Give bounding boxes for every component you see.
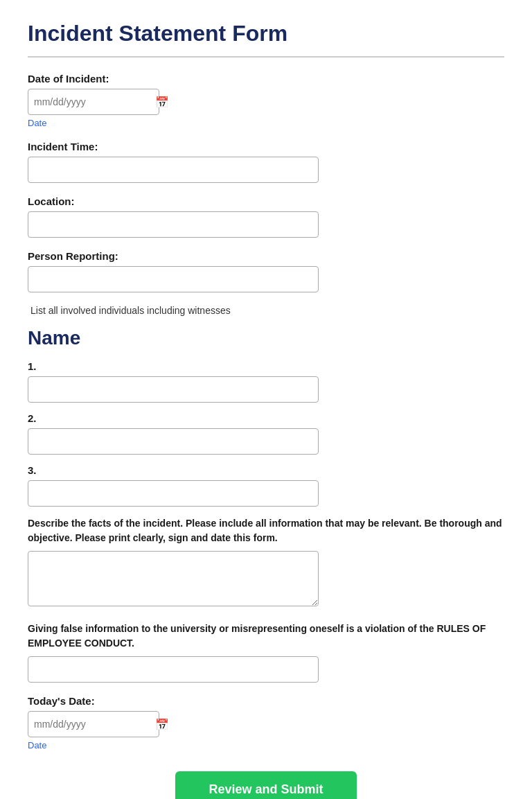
location-section: Location: bbox=[28, 195, 504, 238]
todays-date-label: Today's Date: bbox=[28, 695, 504, 707]
description-label: Describe the facts of the incident. Plea… bbox=[28, 516, 504, 545]
location-label: Location: bbox=[28, 195, 504, 207]
incident-time-label: Incident Time: bbox=[28, 141, 504, 152]
name-1-number: 1. bbox=[28, 360, 504, 372]
submit-button[interactable]: Review and Submit bbox=[175, 771, 356, 799]
names-section-heading: Name bbox=[28, 327, 504, 349]
signature-input[interactable] bbox=[28, 656, 319, 683]
person-reporting-section: Person Reporting: bbox=[28, 250, 504, 292]
name-2-number: 2. bbox=[28, 412, 504, 424]
date-of-incident-section: Date of Incident: 📅 Date bbox=[28, 73, 504, 128]
title-divider bbox=[28, 56, 504, 58]
name-2-input[interactable] bbox=[28, 428, 319, 455]
incident-time-section: Incident Time: bbox=[28, 141, 504, 183]
helper-text: List all involved individuals including … bbox=[28, 305, 504, 316]
calendar-icon-date-incident[interactable]: 📅 bbox=[155, 96, 169, 109]
page-title: Incident Statement Form bbox=[28, 21, 504, 46]
location-input[interactable] bbox=[28, 211, 319, 238]
date-of-incident-hint: Date bbox=[28, 118, 504, 128]
name-2-field: 2. bbox=[28, 412, 504, 455]
description-textarea[interactable] bbox=[28, 551, 319, 606]
name-3-number: 3. bbox=[28, 464, 504, 476]
incident-time-input[interactable] bbox=[28, 157, 319, 183]
date-of-incident-label: Date of Incident: bbox=[28, 73, 504, 85]
name-1-input[interactable] bbox=[28, 376, 319, 403]
warning-section: Giving false information to the universi… bbox=[28, 622, 504, 683]
name-3-input[interactable] bbox=[28, 480, 319, 507]
submit-section: Review and Submit bbox=[28, 771, 504, 799]
description-section: Describe the facts of the incident. Plea… bbox=[28, 516, 504, 609]
name-3-field: 3. bbox=[28, 464, 504, 507]
person-reporting-label: Person Reporting: bbox=[28, 250, 504, 262]
person-reporting-input[interactable] bbox=[28, 266, 319, 292]
warning-text: Giving false information to the universi… bbox=[28, 622, 504, 651]
todays-date-input[interactable] bbox=[34, 719, 155, 730]
todays-date-section: Today's Date: 📅 Date bbox=[28, 695, 504, 750]
calendar-icon-todays-date[interactable]: 📅 bbox=[155, 718, 169, 731]
date-of-incident-input-wrapper[interactable]: 📅 bbox=[28, 89, 159, 115]
date-of-incident-input[interactable] bbox=[34, 96, 155, 107]
todays-date-hint: Date bbox=[28, 740, 504, 750]
name-1-field: 1. bbox=[28, 360, 504, 403]
todays-date-input-wrapper[interactable]: 📅 bbox=[28, 711, 159, 737]
